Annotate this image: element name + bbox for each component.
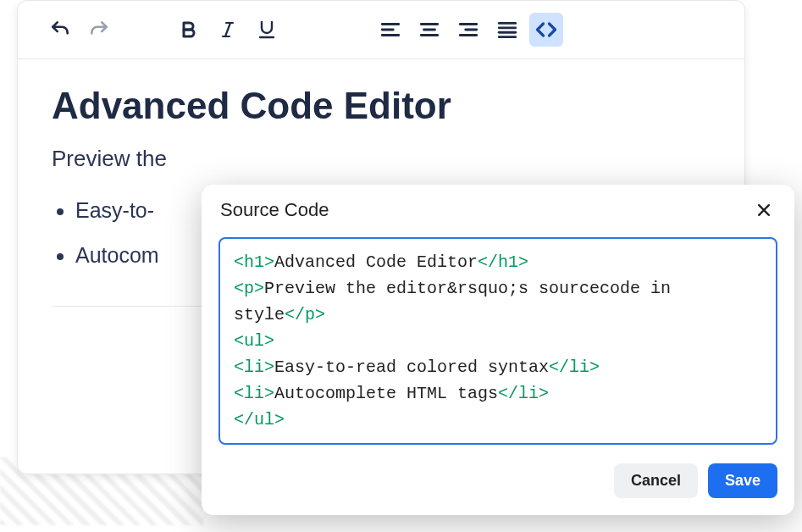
undo-button[interactable] (43, 13, 77, 47)
redo-icon (88, 19, 110, 41)
close-icon (755, 202, 772, 219)
italic-button[interactable] (211, 13, 245, 47)
code-tag: </h1> (478, 252, 528, 272)
code-tag: <p> (234, 279, 264, 298)
content-paragraph: Preview the (52, 146, 711, 172)
code-text: Advanced Code Editor (274, 252, 478, 272)
align-justify-button[interactable] (490, 13, 524, 47)
italic-icon (218, 19, 238, 40)
save-button[interactable]: Save (708, 463, 777, 498)
code-tag: </li> (498, 384, 549, 403)
content-heading: Advanced Code Editor (52, 85, 711, 127)
align-right-button[interactable] (451, 13, 485, 47)
align-right-icon (457, 19, 479, 41)
align-group (373, 13, 563, 47)
source-code-dialog: Source Code <h1>Advanced Code Editor</h1… (202, 185, 794, 515)
underline-icon (257, 19, 277, 40)
code-tag: </p> (285, 305, 325, 324)
dialog-footer: Cancel Save (202, 457, 794, 515)
cancel-button[interactable]: Cancel (614, 463, 698, 498)
code-tag: </ul> (234, 410, 285, 429)
source-code-textarea[interactable]: <h1>Advanced Code Editor</h1> <p>Preview… (218, 237, 777, 445)
bold-button[interactable] (172, 13, 206, 47)
code-tag: <h1> (234, 252, 274, 272)
code-tag: <li> (234, 357, 274, 377)
toolbar (18, 1, 744, 59)
bold-icon (179, 19, 199, 40)
code-tag: <li> (234, 384, 274, 403)
close-button[interactable] (752, 198, 776, 222)
dialog-header: Source Code (202, 185, 794, 232)
history-group (43, 13, 116, 47)
code-tag: </li> (549, 357, 600, 377)
code-icon (534, 18, 558, 42)
source-code-button[interactable] (529, 13, 563, 47)
undo-icon (49, 19, 71, 41)
dialog-title: Source Code (220, 199, 329, 221)
align-center-icon (418, 19, 440, 41)
code-text: Easy-to-read colored syntax (274, 357, 549, 377)
underline-button[interactable] (250, 13, 284, 47)
align-left-icon (379, 19, 401, 41)
format-group (172, 13, 284, 47)
redo-button[interactable] (82, 13, 116, 47)
align-center-button[interactable] (412, 13, 446, 47)
code-text: Autocomplete HTML tags (274, 384, 498, 403)
align-left-button[interactable] (373, 13, 407, 47)
align-justify-icon (496, 19, 518, 41)
code-tag: <ul> (234, 331, 274, 351)
svg-line-2 (225, 23, 230, 36)
